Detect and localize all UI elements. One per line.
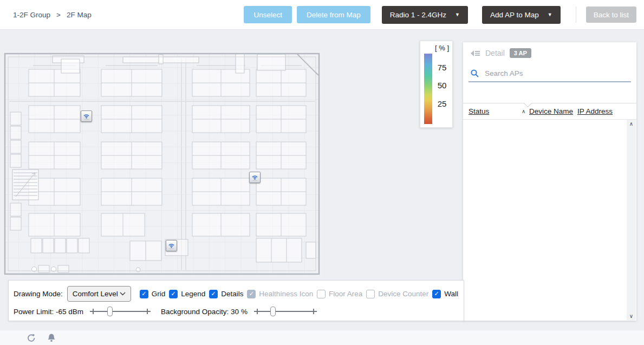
power-limit-slider-thumb[interactable] [107, 307, 113, 316]
radio-dropdown-label: Radio 1 - 2.4GHz [390, 11, 446, 19]
checkbox-grid[interactable]: ✓Grid [140, 290, 166, 298]
checkbox-label: Grid [152, 290, 166, 298]
caret-down-icon: ▼ [455, 12, 460, 17]
checkbox-legend[interactable]: ✓Legend [169, 290, 205, 298]
legend-tick: 50 [434, 81, 450, 90]
ap-marker-3[interactable] [166, 240, 177, 251]
legend-gradient-bar [424, 54, 432, 124]
unselect-button[interactable]: Unselect [244, 6, 292, 23]
search-icon [470, 69, 479, 78]
vertical-scrollbar[interactable]: ∧ ∨ [627, 120, 636, 320]
checkbox-healthiness-icon: ✓Healthiness Icon [247, 290, 313, 298]
select-chevron-icon [120, 292, 126, 296]
power-limit-slider[interactable] [90, 307, 151, 316]
power-limit-label: Power Limit: -65 dBm [14, 308, 83, 316]
scroll-up-icon[interactable]: ∧ [629, 121, 633, 127]
background-opacity-slider[interactable] [254, 307, 317, 316]
checkbox-unchecked-icon [317, 290, 326, 298]
checkbox-label: Floor Area [329, 290, 362, 298]
search-input[interactable] [485, 69, 629, 77]
breadcrumb-page[interactable]: 2F Map [67, 11, 92, 19]
map-options-toolbar: Drawing Mode: Comfort Level ✓Grid✓Legend… [8, 280, 464, 321]
floor-map-canvas[interactable] [3, 51, 321, 278]
radio-dropdown[interactable]: Radio 1 - 2.4GHz ▼ [382, 6, 468, 24]
breadcrumb: 1-2F Group > 2F Map [13, 11, 92, 19]
scroll-down-icon[interactable]: ∨ [629, 313, 633, 319]
drawing-mode-select[interactable]: Comfort Level [67, 286, 131, 302]
ap-marker-2[interactable] [249, 172, 261, 183]
notification-bell-icon[interactable] [47, 333, 56, 343]
add-ap-dropdown-label: Add AP to Map [490, 11, 539, 19]
table-header-row: Status ∧ Device Name IP Address [463, 103, 636, 120]
breadcrumb-group[interactable]: 1-2F Group [13, 11, 50, 19]
checkbox-wall[interactable]: ✓Wall [432, 290, 458, 298]
panel-title: Detail [485, 49, 505, 57]
checkbox-label: Wall [444, 290, 458, 298]
back-to-list-button[interactable]: Back to list [586, 6, 636, 23]
checkbox-checked-icon: ✓ [247, 290, 256, 298]
toolbar-checkboxes: ✓Grid✓Legend✓Details✓Healthiness IconFlo… [140, 290, 458, 298]
checkbox-details[interactable]: ✓Details [209, 290, 243, 298]
top-toolbar: 1-2F Group > 2F Map Unselect Delete from… [0, 0, 644, 30]
delete-from-map-button[interactable]: Delete from Map [297, 6, 370, 23]
ap-marker-1[interactable] [81, 110, 92, 122]
breadcrumb-separator: > [56, 11, 61, 19]
checkbox-checked-icon[interactable]: ✓ [209, 290, 218, 298]
checkbox-unchecked-icon [366, 290, 375, 298]
drawing-mode-value: Comfort Level [73, 290, 118, 298]
legend-tick: 75 [434, 63, 450, 72]
footer-bar [0, 330, 644, 345]
checkbox-checked-icon[interactable]: ✓ [140, 290, 148, 298]
collapse-panel-icon[interactable] [470, 49, 480, 57]
legend-tick: 25 [434, 99, 450, 108]
caret-down-icon: ▼ [548, 12, 552, 17]
toolbar-divider [576, 6, 576, 23]
column-header-status[interactable]: Status [469, 107, 489, 115]
checkbox-label: Legend [181, 290, 205, 298]
heatmap-legend: [ % ] 75 50 25 [420, 41, 453, 128]
search-bar [469, 65, 631, 82]
add-ap-dropdown[interactable]: Add AP to Map ▼ [482, 6, 561, 24]
background-opacity-label: Background Opacity: 30 % [161, 308, 248, 316]
column-header-ip-address[interactable]: IP Address [577, 107, 613, 115]
checkbox-label: Healthiness Icon [259, 290, 313, 298]
ap-count-badge: 3 AP [510, 48, 531, 58]
legend-unit-label: [ % ] [435, 44, 449, 52]
ap-list-body: ∧ ∨ [463, 120, 636, 321]
checkbox-label: Details [221, 290, 243, 298]
checkbox-floor-area: Floor Area [317, 290, 362, 298]
checkbox-checked-icon[interactable]: ✓ [169, 290, 178, 298]
app-window: 1-2F Group > 2F Map Unselect Delete from… [0, 0, 644, 345]
drawing-mode-label: Drawing Mode: [14, 290, 63, 298]
refresh-icon[interactable] [27, 333, 36, 343]
background-opacity-slider-thumb[interactable] [270, 307, 276, 316]
checkbox-label: Device Counter [378, 290, 428, 298]
checkbox-device-counter: Device Counter [366, 290, 428, 298]
checkbox-checked-icon[interactable]: ✓ [432, 290, 441, 298]
detail-panel: Detail 3 AP Status ∧ Device Name IP Addr… [463, 42, 636, 321]
sort-ascending-icon: ∧ [522, 108, 525, 114]
column-header-device-name[interactable]: Device Name [529, 107, 573, 115]
